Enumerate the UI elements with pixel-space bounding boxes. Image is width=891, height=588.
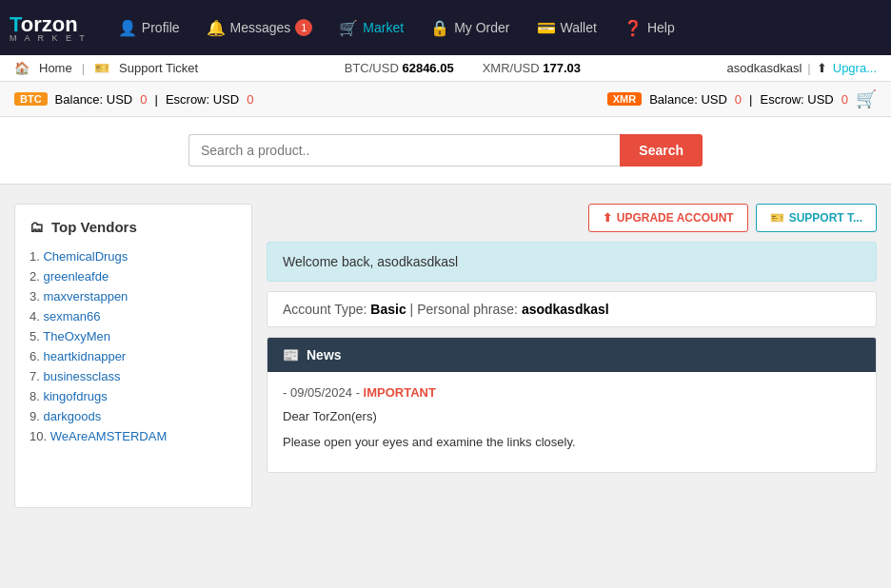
- lock-icon: 🔒: [430, 19, 449, 37]
- upgrade-account-button[interactable]: ⬆ UPGRADE ACCOUNT: [588, 204, 748, 232]
- help-icon: ❓: [624, 19, 643, 37]
- upgrade-link-topbar[interactable]: Upgra...: [833, 61, 877, 75]
- upgrade-arrow-icon: ⬆: [603, 211, 612, 225]
- vendor-link[interactable]: ChemicalDrugs: [43, 249, 128, 264]
- navbar: Torzon M A R K E T 👤 Profile 🔔 Messages …: [0, 0, 891, 55]
- list-item: 3. maxverstappen: [30, 289, 237, 304]
- topbar: 🏠 Home | 🎫 Support Ticket BTC/USD 62846.…: [0, 55, 891, 82]
- news-icon: 📰: [283, 347, 299, 363]
- list-item: 10. WeAreAMSTERDAM: [30, 429, 237, 443]
- btc-escrow-label: Escrow: USD: [166, 92, 239, 107]
- account-type-value: Basic: [370, 302, 406, 317]
- xmr-price: XMR/USD 177.03: [483, 61, 581, 75]
- list-item: 8. kingofdrugs: [30, 389, 237, 403]
- personal-phrase-value: asodkasdkasl: [522, 302, 609, 317]
- main-content: 🗂 Top Vendors 1. ChemicalDrugs2. greenle…: [0, 185, 891, 527]
- xmr-escrow-val: 0: [842, 92, 848, 107]
- nav-label-myorder: My Order: [454, 20, 509, 35]
- balance-bar: BTC Balance: USD 0 | Escrow: USD 0 XMR B…: [0, 82, 891, 117]
- news-body: - 09/05/2024 - IMPORTANT Dear TorZon(ers…: [267, 372, 876, 472]
- topbar-center: BTC/USD 62846.05 XMR/USD 177.03: [345, 61, 581, 75]
- vendor-link[interactable]: maxverstappen: [43, 289, 128, 304]
- vendor-link[interactable]: WeAreAMSTERDAM: [50, 429, 168, 443]
- search-input[interactable]: [188, 134, 620, 167]
- btc-balance-val: 0: [140, 92, 147, 107]
- upgrade-icon-topbar: ⬆: [817, 61, 827, 75]
- username-display: asodkasdkasl: [727, 61, 802, 75]
- list-item: 1. ChemicalDrugs: [30, 249, 237, 264]
- nav-link-messages[interactable]: 🔔 Messages 1: [195, 11, 325, 45]
- xmr-balance-label: Balance: USD: [649, 92, 727, 107]
- topbar-left: 🏠 Home | 🎫 Support Ticket: [14, 61, 198, 75]
- nav-link-profile[interactable]: 👤 Profile: [107, 11, 191, 45]
- vendor-link[interactable]: kingofdrugs: [43, 389, 107, 403]
- sidebar-title: 🗂 Top Vendors: [30, 219, 237, 235]
- bell-icon: 🔔: [207, 19, 226, 37]
- vendor-link[interactable]: sexman66: [43, 309, 100, 323]
- vendors-icon: 🗂: [30, 219, 44, 235]
- balance-btc: BTC Balance: USD 0 | Escrow: USD 0: [14, 92, 253, 107]
- nav-item-profile[interactable]: 👤 Profile: [107, 11, 191, 45]
- nav-link-help[interactable]: ❓ Help: [612, 11, 686, 45]
- list-item: 6. heartkidnapper: [30, 349, 237, 363]
- news-section: 📰 News - 09/05/2024 - IMPORTANT Dear Tor…: [267, 337, 877, 473]
- nav-item-wallet[interactable]: 💳 Wallet: [525, 11, 608, 45]
- vendor-link[interactable]: greenleafde: [43, 269, 109, 284]
- personal-phrase-label: Personal phrase:: [417, 302, 518, 317]
- messages-badge: 1: [295, 19, 312, 36]
- xmr-escrow-label: Escrow: USD: [760, 92, 833, 107]
- nav-label-market: Market: [363, 20, 404, 35]
- list-item: 9. darkgoods: [30, 409, 237, 423]
- vendor-link[interactable]: darkgoods: [43, 409, 101, 423]
- welcome-message: Welcome back, asodkasdkasl: [283, 254, 458, 269]
- profile-icon: 👤: [118, 19, 137, 37]
- vendor-link[interactable]: heartkidnapper: [43, 349, 126, 363]
- list-item: 4. sexman66: [30, 309, 237, 323]
- nav-item-help[interactable]: ❓ Help: [612, 11, 686, 45]
- logo-sub: M A R K E T: [10, 33, 88, 43]
- nav-label-messages: Messages: [230, 20, 291, 35]
- home-link[interactable]: Home: [39, 61, 72, 75]
- account-type-label: Account Type:: [283, 302, 366, 317]
- nav-item-myorder[interactable]: 🔒 My Order: [419, 11, 521, 45]
- vendor-link[interactable]: TheOxyMen: [43, 329, 110, 343]
- support-ticket-link[interactable]: Support Ticket: [119, 61, 198, 75]
- logo: Torzon M A R K E T: [10, 12, 88, 43]
- nav-link-myorder[interactable]: 🔒 My Order: [419, 11, 521, 45]
- nav-item-messages[interactable]: 🔔 Messages 1: [195, 11, 325, 45]
- nav-link-wallet[interactable]: 💳 Wallet: [525, 11, 608, 45]
- btc-badge: BTC: [14, 92, 48, 106]
- wallet-icon: 💳: [537, 19, 556, 37]
- search-button[interactable]: Search: [620, 134, 703, 167]
- news-title: News: [307, 347, 342, 363]
- support-icon: 🎫: [770, 211, 784, 225]
- search-section: Search: [0, 117, 891, 185]
- news-date: - 09/05/2024 - IMPORTANT: [283, 385, 861, 400]
- news-header: 📰 News: [267, 338, 876, 372]
- list-item: 7. businessclass: [30, 369, 237, 383]
- btc-price: BTC/USD 62846.05: [345, 61, 454, 75]
- support-ticket-icon: 🎫: [94, 61, 109, 75]
- news-importance: IMPORTANT: [364, 385, 436, 400]
- news-greeting: Dear TorZon(ers): [283, 407, 861, 427]
- xmr-balance-val: 0: [735, 92, 742, 107]
- topbar-right: asodkasdkasl | ⬆ Upgra...: [727, 61, 877, 75]
- welcome-box: Welcome back, asodkasdkasl: [267, 242, 877, 282]
- cart-icon: 🛒: [856, 88, 877, 109]
- action-row: ⬆ UPGRADE ACCOUNT 🎫 SUPPORT T...: [267, 204, 877, 232]
- vendor-link[interactable]: businessclass: [43, 369, 120, 383]
- nav-item-market[interactable]: 🛒 Market: [327, 11, 415, 45]
- news-body-text: Please open your eyes and examine the li…: [283, 433, 861, 453]
- content-area: ⬆ UPGRADE ACCOUNT 🎫 SUPPORT T... Welcome…: [267, 204, 877, 508]
- nav-label-help: Help: [647, 20, 675, 35]
- nav-label-wallet: Wallet: [561, 20, 597, 35]
- xmr-badge: XMR: [607, 92, 642, 106]
- search-form: Search: [188, 134, 703, 167]
- nav-label-profile: Profile: [142, 20, 180, 35]
- home-icon: 🏠: [14, 61, 30, 75]
- vendor-list: 1. ChemicalDrugs2. greenleafde3. maxvers…: [30, 249, 237, 443]
- nav-link-market[interactable]: 🛒 Market: [327, 11, 415, 45]
- market-icon: 🛒: [339, 19, 358, 37]
- support-ticket-button[interactable]: 🎫 SUPPORT T...: [756, 204, 877, 232]
- balance-xmr: XMR Balance: USD 0 | Escrow: USD 0 🛒: [607, 88, 877, 109]
